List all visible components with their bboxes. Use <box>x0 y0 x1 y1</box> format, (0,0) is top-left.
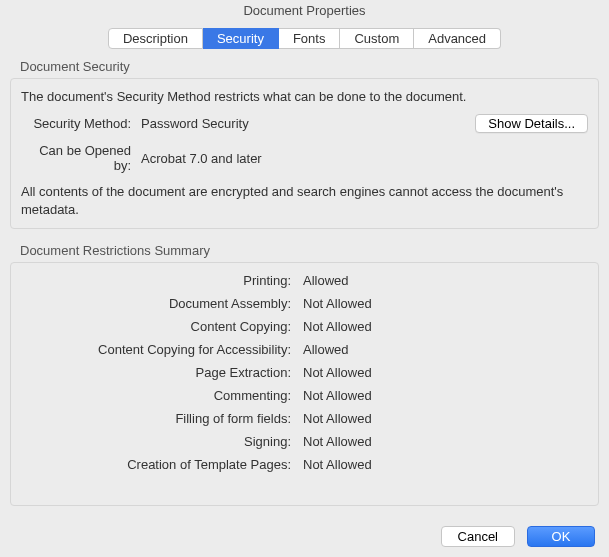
restriction-label: Content Copying for Accessibility: <box>21 342 291 357</box>
restriction-row: Printing: Allowed <box>21 273 588 288</box>
tabs: Description Security Fonts Custom Advanc… <box>10 28 599 49</box>
restriction-label: Signing: <box>21 434 291 449</box>
restriction-row: Document Assembly: Not Allowed <box>21 296 588 311</box>
restriction-row: Content Copying for Accessibility: Allow… <box>21 342 588 357</box>
restriction-row: Signing: Not Allowed <box>21 434 588 449</box>
restriction-row: Commenting: Not Allowed <box>21 388 588 403</box>
opened-by-label: Can be Opened by: <box>21 143 131 173</box>
show-details-button[interactable]: Show Details... <box>475 114 588 133</box>
restriction-value: Allowed <box>303 273 349 288</box>
security-method-value: Password Security <box>141 116 249 131</box>
restriction-value: Not Allowed <box>303 411 372 426</box>
restriction-value: Not Allowed <box>303 365 372 380</box>
restriction-value: Not Allowed <box>303 434 372 449</box>
tab-advanced[interactable]: Advanced <box>414 28 501 49</box>
restriction-row: Content Copying: Not Allowed <box>21 319 588 334</box>
document-properties-window: Document Properties Description Security… <box>0 0 609 557</box>
restriction-label: Filling of form fields: <box>21 411 291 426</box>
security-section-title: Document Security <box>20 59 599 74</box>
tab-security[interactable]: Security <box>203 28 279 49</box>
cancel-button[interactable]: Cancel <box>441 526 515 547</box>
tab-description[interactable]: Description <box>108 28 203 49</box>
restriction-label: Document Assembly: <box>21 296 291 311</box>
restriction-row: Creation of Template Pages: Not Allowed <box>21 457 588 472</box>
security-intro: The document's Security Method restricts… <box>21 89 588 104</box>
restrictions-panel: Printing: Allowed Document Assembly: Not… <box>10 262 599 506</box>
restriction-value: Not Allowed <box>303 388 372 403</box>
content: Description Security Fonts Custom Advanc… <box>0 22 609 514</box>
security-method-label: Security Method: <box>21 116 131 131</box>
ok-button[interactable]: OK <box>527 526 595 547</box>
restriction-row: Page Extraction: Not Allowed <box>21 365 588 380</box>
window-title: Document Properties <box>0 0 609 22</box>
opened-by-value: Acrobat 7.0 and later <box>141 151 262 166</box>
restriction-label: Content Copying: <box>21 319 291 334</box>
security-method-row: Security Method: Password Security Show … <box>21 114 588 133</box>
restriction-value: Allowed <box>303 342 349 357</box>
restriction-label: Page Extraction: <box>21 365 291 380</box>
security-panel: The document's Security Method restricts… <box>10 78 599 229</box>
dialog-footer: Cancel OK <box>0 514 609 557</box>
restriction-label: Commenting: <box>21 388 291 403</box>
restriction-label: Printing: <box>21 273 291 288</box>
restriction-row: Filling of form fields: Not Allowed <box>21 411 588 426</box>
restriction-value: Not Allowed <box>303 319 372 334</box>
tab-fonts[interactable]: Fonts <box>279 28 341 49</box>
restriction-value: Not Allowed <box>303 296 372 311</box>
encryption-note: All contents of the document are encrypt… <box>21 183 588 218</box>
tab-custom[interactable]: Custom <box>340 28 414 49</box>
restrictions-section-title: Document Restrictions Summary <box>20 243 599 258</box>
restriction-value: Not Allowed <box>303 457 372 472</box>
restriction-label: Creation of Template Pages: <box>21 457 291 472</box>
opened-by-row: Can be Opened by: Acrobat 7.0 and later <box>21 143 588 173</box>
